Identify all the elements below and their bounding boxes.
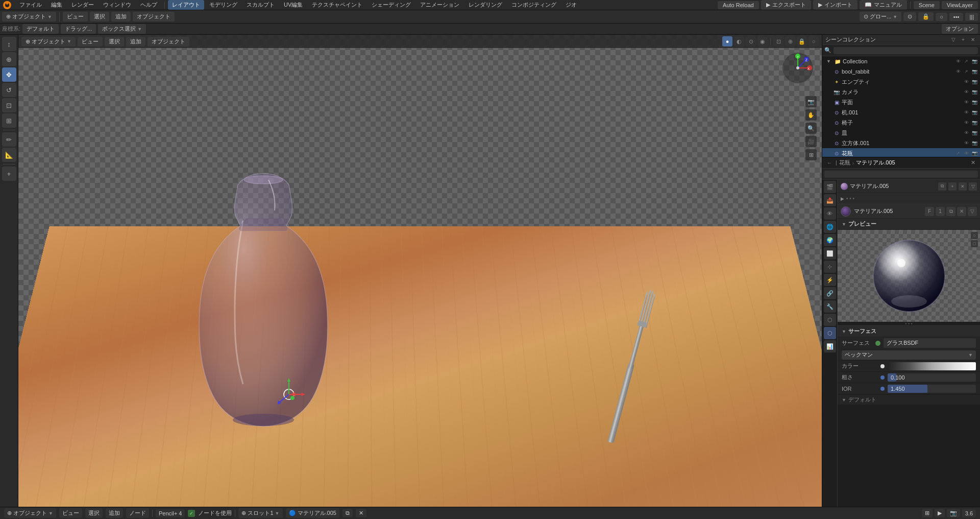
vp-view-menu[interactable]: ビュー: [78, 37, 103, 46]
col-cursor-icon[interactable]: ↗: [963, 58, 970, 65]
ws-rendering[interactable]: レンダリング: [464, 0, 506, 10]
outliner-item-desk001[interactable]: ⊙ 机.001 👁 📷: [822, 107, 980, 117]
ws-geo[interactable]: ジオ: [561, 0, 581, 10]
roughness-value[interactable]: 0.100: [888, 373, 976, 382]
color-swatch[interactable]: [888, 362, 976, 370]
export-btn[interactable]: ▶ エクスポート: [761, 0, 811, 10]
outliner-add-icon[interactable]: +: [959, 36, 967, 44]
menu-help[interactable]: ヘルプ: [136, 0, 161, 10]
props-tab-constraints[interactable]: 🔗: [824, 287, 836, 299]
col-render-icon[interactable]: 📷: [971, 58, 978, 65]
props-tab-view[interactable]: 👁: [824, 207, 836, 220]
props-tab-shader[interactable]: ⬡: [824, 314, 836, 326]
auto-reload-btn[interactable]: Auto Reload: [718, 1, 759, 9]
props-tab-object[interactable]: ⬜: [824, 247, 836, 260]
toolbar-add[interactable]: 追加: [111, 12, 131, 21]
br-cursor-icon[interactable]: ↗: [963, 68, 970, 75]
vp-select-menu[interactable]: 選択: [105, 37, 124, 46]
vp-add-menu[interactable]: 追加: [126, 37, 145, 46]
props-back-icon[interactable]: ←: [825, 159, 834, 167]
cam-eye-icon[interactable]: 👁: [963, 88, 970, 96]
bb-render-icons[interactable]: 📷: [947, 509, 960, 517]
transform-tool-btn[interactable]: ⊞: [2, 113, 16, 128]
rotate-tool-btn[interactable]: ↺: [2, 83, 16, 97]
pl-eye-icon[interactable]: 👁: [963, 99, 970, 106]
props-tab-world[interactable]: 🌍: [824, 234, 836, 246]
vp-snap-toggle[interactable]: 🔒: [797, 36, 807, 46]
drag-btn[interactable]: ドラッグ...: [61, 24, 96, 34]
em-eye-icon[interactable]: 👁: [963, 78, 970, 85]
vp-render-mode-material[interactable]: ◐: [734, 36, 744, 46]
preview-resize-handle[interactable]: • • •: [838, 322, 980, 326]
mat-full-name[interactable]: マテリアル.005: [854, 207, 922, 215]
extra-btn1[interactable]: •••: [949, 13, 964, 21]
pivot-btn[interactable]: ⊙: [903, 12, 916, 21]
props-tab-particles[interactable]: ⊹: [824, 261, 836, 273]
ch-eye-icon[interactable]: 👁: [963, 119, 970, 126]
br-eye-icon[interactable]: 👁: [954, 68, 962, 75]
bb-mode-btn[interactable]: ⊕ オブジェクト ▼: [4, 508, 56, 518]
mat-filter-btn[interactable]: ▽: [968, 207, 977, 216]
vp-render-mode-solid[interactable]: ●: [722, 36, 732, 46]
menu-edit[interactable]: 編集: [47, 0, 66, 10]
props-tab-scene[interactable]: 🌐: [824, 221, 836, 233]
scene-selector[interactable]: Scene: [914, 1, 940, 9]
scale-tool-btn[interactable]: ⊡: [2, 98, 16, 112]
menu-file[interactable]: ファイル: [15, 0, 46, 10]
col-eye-icon[interactable]: 👁: [954, 58, 962, 65]
material-expand-row[interactable]: ▶ • • •: [838, 193, 980, 204]
move-tool-btn[interactable]: ✥: [2, 67, 16, 82]
menu-render[interactable]: レンダー: [67, 0, 98, 10]
vase-object[interactable]: [182, 170, 345, 435]
ws-uv[interactable]: UV編集: [280, 0, 307, 10]
toolbar-object[interactable]: オブジェクト: [133, 12, 175, 21]
bb-slot-btn[interactable]: ⊕ スロット1 ▼: [238, 508, 282, 518]
vp-render-mode-rendered[interactable]: ⊙: [746, 36, 756, 46]
mat-settings-btn[interactable]: ▽: [969, 182, 977, 191]
bb-view-btn[interactable]: ビュー: [59, 508, 82, 518]
props-tab-modifier[interactable]: 🔧: [824, 300, 836, 313]
proportional-btn[interactable]: ○: [936, 13, 947, 21]
mat-user-count-btn[interactable]: 1: [936, 207, 945, 216]
extra-btn2[interactable]: |||: [965, 13, 978, 21]
props-tab-render[interactable]: 🎬: [824, 181, 836, 193]
cam-render-icon[interactable]: 📷: [971, 88, 978, 96]
add-tool-btn[interactable]: +: [2, 167, 16, 181]
mat-new-btn[interactable]: +: [948, 182, 957, 191]
preview-sphere-icon[interactable]: ○: [971, 232, 978, 239]
props-close-icon[interactable]: ✕: [969, 159, 977, 167]
viewlayer-selector[interactable]: ViewLayer: [942, 1, 978, 9]
d1-eye-icon[interactable]: 👁: [963, 109, 970, 116]
surface-section-header[interactable]: ▼ サーフェス: [838, 326, 980, 337]
cu-render-icon[interactable]: 📷: [971, 139, 978, 147]
vp-render-mode-eevee[interactable]: ◉: [757, 36, 768, 46]
defaults-row[interactable]: ▼ デフォルト: [838, 394, 980, 405]
va-render-icon[interactable]: 📷: [971, 150, 978, 157]
props-tab-output[interactable]: 📤: [824, 194, 836, 206]
vp-overlay-btn[interactable]: ⊡: [773, 36, 783, 46]
bb-add-btn[interactable]: 追加: [106, 508, 123, 518]
preview-section-header[interactable]: ▼ プレビュー: [838, 219, 980, 230]
ws-texture[interactable]: テクスチャペイント: [308, 0, 366, 10]
outliner-item-collection[interactable]: ▼ 📁 Collection 👁 ↗ 📷: [822, 56, 980, 66]
measure-tool-btn[interactable]: 📐: [2, 148, 16, 162]
bb-mat-x-btn[interactable]: ✕: [356, 509, 366, 517]
mat-delete-btn[interactable]: ✕: [959, 182, 967, 191]
vp-zoom-icon[interactable]: 🔍: [805, 123, 817, 134]
menu-window[interactable]: ウィンドウ: [99, 0, 135, 10]
outliner-item-vase[interactable]: ⊙ 花瓶 ↗ 👁 📷: [822, 148, 980, 157]
import-btn[interactable]: ▶ インポート: [813, 0, 857, 10]
outliner-filter-icon[interactable]: ▽: [949, 36, 958, 44]
vp-grid-icon[interactable]: ⊞: [805, 149, 817, 160]
bb-mat-copy-btn[interactable]: ⧉: [342, 509, 353, 517]
outliner-item-dish[interactable]: ⊙ 皿 👁 📷: [822, 128, 980, 138]
annotate-tool-btn[interactable]: ✏: [2, 132, 16, 147]
vp-gizmo-btn[interactable]: ⊕: [785, 36, 795, 46]
preview-flat-icon[interactable]: □: [971, 240, 978, 247]
em-render-icon[interactable]: 📷: [971, 78, 978, 85]
cu-eye-icon[interactable]: 👁: [963, 139, 970, 147]
toolbar-select[interactable]: 選択: [90, 12, 109, 21]
outliner-item-chair[interactable]: ⊙ 椅子 👁 📷: [822, 117, 980, 128]
va-arrow-icon[interactable]: ↗: [954, 150, 962, 157]
mat-duplicate-btn[interactable]: ⧉: [946, 207, 955, 216]
